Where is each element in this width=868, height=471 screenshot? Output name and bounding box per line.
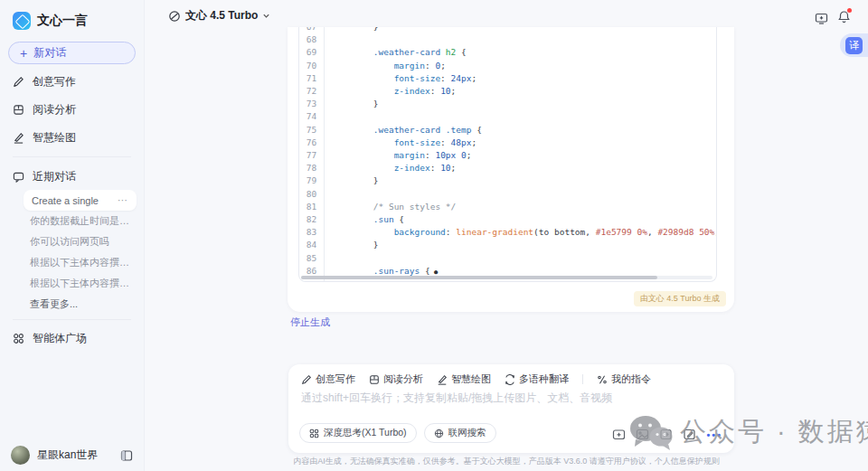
pen-icon bbox=[13, 76, 24, 88]
message-input[interactable] bbox=[301, 391, 717, 404]
sidebar-item-reading-analysis[interactable]: 阅读分析 bbox=[0, 96, 144, 124]
chevron-down-icon bbox=[262, 12, 270, 20]
pen-icon bbox=[301, 374, 312, 385]
code-line: 84 } bbox=[299, 239, 716, 251]
code-line: 70 margin: 0; bbox=[299, 60, 716, 72]
sidebar-item-agent-plaza[interactable]: 智能体广场 bbox=[0, 325, 144, 353]
app-window: 文心一言 + 新对话 创意写作 阅读分析 智慧绘图 近期对话 Create a … bbox=[0, 0, 868, 471]
expand-editor-button[interactable] bbox=[683, 428, 696, 441]
code-line: 75 .weather-card .temp { bbox=[299, 124, 716, 137]
deep-think-icon bbox=[309, 429, 319, 438]
collapse-sidebar-icon[interactable] bbox=[120, 449, 133, 462]
tab-multilingual-translate[interactable]: 多语种翻译 bbox=[505, 372, 569, 386]
avatar bbox=[11, 446, 30, 465]
sidebar: 文心一言 + 新对话 创意写作 阅读分析 智慧绘图 近期对话 Create a … bbox=[0, 0, 145, 471]
code-line: 71 font-size: 24px; bbox=[299, 72, 716, 85]
conversation-item[interactable]: 根据以下主体内容撰写一篇... bbox=[0, 252, 144, 273]
new-chat-label: 新对话 bbox=[33, 45, 66, 61]
sidebar-item-label: 创意写作 bbox=[33, 74, 76, 89]
image-icon bbox=[636, 428, 649, 441]
sidebar-item-label: 阅读分析 bbox=[33, 102, 76, 118]
model-name: 文心 4.5 Turbo bbox=[185, 8, 258, 24]
divider bbox=[582, 374, 583, 384]
user-name: 星眼kan世界 bbox=[37, 447, 113, 463]
translate-widget[interactable]: 译 bbox=[840, 33, 868, 57]
send-button-loading[interactable]: ••• bbox=[706, 429, 722, 440]
code-block: 67 }6869 .weather-card h2 {70 margin: 0;… bbox=[298, 27, 717, 282]
model-selector[interactable]: 文心 4.5 Turbo bbox=[168, 8, 270, 24]
recent-conversations-header: 近期对话 bbox=[0, 162, 144, 188]
upload-image-button[interactable] bbox=[636, 428, 649, 441]
new-chat-button[interactable]: + 新对话 bbox=[8, 42, 136, 64]
notifications-button[interactable] bbox=[837, 10, 851, 27]
desktop-app-icon[interactable] bbox=[815, 12, 828, 25]
gutter-divider bbox=[324, 27, 325, 281]
stop-generating-button[interactable]: 停止生成 bbox=[290, 316, 330, 329]
translate-icon bbox=[505, 374, 515, 385]
code-lines: 67 }6869 .weather-card h2 {70 margin: 0;… bbox=[299, 27, 716, 278]
tab-reading-analysis[interactable]: 阅读分析 bbox=[369, 372, 423, 386]
conversation-item-active[interactable]: Create a single ⋯ bbox=[24, 190, 137, 211]
code-line: 80 bbox=[299, 188, 716, 201]
conversation-item[interactable]: 根据以下主体内容撰写一篇... bbox=[0, 273, 144, 294]
composer-toolbar: 创意写作 阅读分析 智慧绘图 多语种翻译 我的指令 bbox=[301, 372, 651, 386]
sidebar-item-creative-writing[interactable]: 创意写作 bbox=[0, 68, 144, 96]
tab-my-commands[interactable]: 我的指令 bbox=[597, 372, 651, 386]
history-icon bbox=[659, 428, 673, 441]
code-line: 78 z-index: 10; bbox=[299, 162, 716, 174]
code-line: 73 } bbox=[299, 98, 716, 110]
code-line: 82 .sun { bbox=[299, 213, 716, 226]
composer-actions: ••• bbox=[612, 428, 722, 441]
brand-name: 文心一言 bbox=[37, 13, 88, 29]
recent-header-label: 近期对话 bbox=[33, 169, 76, 184]
generated-by-badge: 由文心 4.5 Turbo 生成 bbox=[634, 291, 726, 306]
assistant-message-card: 67 }6869 .weather-card h2 {70 margin: 0;… bbox=[288, 27, 734, 312]
folder-plus-icon bbox=[612, 428, 626, 441]
code-line: 85 bbox=[299, 252, 716, 265]
tab-smart-drawing[interactable]: 智慧绘图 bbox=[437, 372, 491, 386]
divider bbox=[13, 156, 131, 157]
web-search-toggle[interactable]: 联网搜索 bbox=[424, 423, 496, 443]
history-button[interactable] bbox=[659, 428, 673, 441]
code-line: 81 /* Sun styles */ bbox=[299, 201, 716, 213]
wenxin-logo-icon bbox=[13, 12, 31, 30]
more-options-icon[interactable]: ⋯ bbox=[118, 194, 128, 206]
tab-creative-writing[interactable]: 创意写作 bbox=[301, 372, 355, 386]
divider bbox=[13, 319, 131, 320]
disclaimer-text: 内容由AI生成，无法确保真实准确，仅供参考。基于文心大模型，产品版本 V3.6.… bbox=[145, 456, 868, 467]
conversation-item[interactable]: 你的数据截止时间是什么时候 bbox=[0, 211, 144, 231]
sidebar-item-label: 智能体广场 bbox=[33, 331, 87, 346]
conversation-list: 你的数据截止时间是什么时候你可以访问网页吗根据以下主体内容撰写一篇...根据以下… bbox=[0, 211, 144, 294]
code-line: 83 background: linear-gradient(to bottom… bbox=[299, 226, 716, 239]
code-line: 77 margin: 10px 0; bbox=[299, 149, 716, 162]
brush-icon bbox=[13, 132, 24, 144]
conversation-title: Create a single bbox=[32, 195, 99, 206]
composer: 创意写作 阅读分析 智慧绘图 多语种翻译 我的指令 bbox=[288, 364, 734, 453]
chat-bubble-icon bbox=[13, 171, 24, 183]
user-profile[interactable]: 星眼kan世界 bbox=[0, 446, 144, 465]
globe-icon bbox=[434, 429, 444, 438]
brush-icon bbox=[437, 374, 448, 385]
grid-icon bbox=[13, 333, 24, 344]
code-line: 79 } bbox=[299, 174, 716, 187]
plus-icon: + bbox=[20, 47, 27, 60]
view-more-link[interactable]: 查看更多... bbox=[0, 294, 144, 315]
mode-pills: 深度思考(X1 Turbo) 联网搜索 bbox=[299, 423, 496, 443]
translate-icon: 译 bbox=[845, 37, 863, 54]
notification-dot bbox=[847, 8, 852, 13]
code-line: 68 bbox=[299, 33, 716, 46]
code-line: 72 z-index: 10; bbox=[299, 85, 716, 98]
model-icon bbox=[168, 10, 181, 23]
sidebar-item-smart-drawing[interactable]: 智慧绘图 bbox=[0, 124, 144, 152]
topbar-icons bbox=[815, 10, 851, 27]
code-line: 67 } bbox=[299, 27, 716, 33]
deep-think-toggle[interactable]: 深度思考(X1 Turbo) bbox=[299, 423, 417, 443]
code-line: 76 font-size: 48px; bbox=[299, 137, 716, 149]
document-icon bbox=[369, 374, 380, 385]
document-icon bbox=[13, 104, 24, 116]
sidebar-item-label: 智慧绘图 bbox=[33, 130, 76, 146]
conversation-item[interactable]: 你可以访问网页吗 bbox=[0, 231, 144, 252]
command-icon bbox=[597, 374, 608, 385]
horizontal-scrollbar-thumb[interactable] bbox=[301, 276, 657, 279]
upload-file-button[interactable] bbox=[612, 428, 626, 441]
